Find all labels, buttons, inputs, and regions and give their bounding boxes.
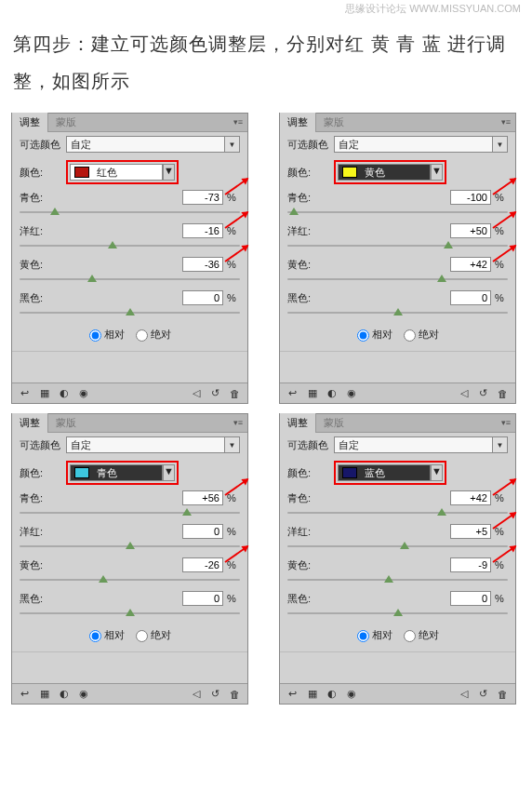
trash-icon[interactable]: 🗑 — [496, 386, 510, 400]
slider-track[interactable] — [20, 240, 240, 251]
slider-thumb[interactable] — [393, 609, 403, 616]
slider-thumb[interactable] — [108, 241, 117, 248]
trash-icon[interactable]: 🗑 — [228, 687, 242, 701]
tab-adjustments[interactable]: 调整 — [280, 113, 316, 132]
slider-track[interactable] — [20, 608, 240, 619]
slider-track[interactable] — [287, 608, 508, 619]
color-dropdown[interactable]: 红色 — [70, 164, 163, 181]
back-icon[interactable]: ↩ — [18, 386, 32, 400]
trash-icon[interactable]: 🗑 — [496, 687, 510, 701]
slider-thumb[interactable] — [126, 542, 135, 549]
tab-masks[interactable]: 蒙版 — [48, 113, 84, 132]
slider-value-input[interactable] — [182, 557, 223, 572]
slider-track[interactable] — [20, 507, 240, 518]
radio-relative[interactable]: 相对 — [357, 329, 392, 340]
slider-thumb[interactable] — [126, 308, 135, 315]
panel-menu-icon[interactable]: ▾≡ — [499, 115, 513, 128]
tab-adjustments[interactable]: 调整 — [12, 413, 48, 433]
slider-thumb[interactable] — [444, 241, 453, 248]
radio-absolute[interactable]: 绝对 — [404, 629, 439, 640]
slider-thumb[interactable] — [50, 208, 60, 215]
prev-icon[interactable]: ◁ — [457, 687, 471, 701]
slider-track[interactable] — [287, 541, 508, 552]
slider-track[interactable] — [20, 207, 240, 218]
slider-value-input[interactable] — [450, 257, 491, 272]
radio-relative[interactable]: 相对 — [89, 329, 125, 340]
slider-thumb[interactable] — [393, 308, 403, 315]
slider-value-input[interactable] — [182, 190, 223, 205]
chevron-down-icon[interactable]: ▼ — [163, 164, 175, 181]
slider-value-input[interactable] — [182, 257, 223, 272]
slider-thumb[interactable] — [384, 575, 393, 583]
slider-value-input[interactable] — [182, 490, 223, 505]
clip-icon[interactable]: ◐ — [325, 687, 339, 701]
preset-dropdown[interactable]: 自定▼ — [334, 136, 508, 153]
slider-track[interactable] — [287, 507, 508, 518]
slider-track[interactable] — [287, 307, 508, 318]
slider-thumb[interactable] — [289, 208, 299, 215]
visibility-icon[interactable]: ◉ — [344, 386, 358, 400]
clip-icon[interactable]: ◐ — [57, 386, 71, 400]
trash-icon[interactable]: 🗑 — [228, 386, 242, 400]
slider-track[interactable] — [287, 274, 508, 285]
back-icon[interactable]: ↩ — [18, 687, 32, 701]
tab-masks[interactable]: 蒙版 — [316, 113, 352, 132]
chevron-down-icon[interactable]: ▼ — [492, 437, 507, 452]
slider-value-input[interactable] — [182, 524, 223, 539]
slider-value-input[interactable] — [450, 591, 491, 606]
slider-thumb[interactable] — [182, 508, 192, 516]
chevron-down-icon[interactable]: ▼ — [492, 137, 507, 152]
slider-value-input[interactable] — [182, 591, 223, 606]
tab-masks[interactable]: 蒙版 — [316, 413, 352, 433]
panel-menu-icon[interactable]: ▾≡ — [499, 416, 513, 429]
new-layer-icon[interactable]: ▦ — [305, 386, 319, 400]
preset-dropdown[interactable]: 自定▼ — [334, 436, 508, 453]
reset-icon[interactable]: ↺ — [208, 386, 222, 400]
visibility-icon[interactable]: ◉ — [76, 386, 90, 400]
visibility-icon[interactable]: ◉ — [344, 687, 358, 701]
new-layer-icon[interactable]: ▦ — [37, 687, 51, 701]
panel-menu-icon[interactable]: ▾≡ — [231, 115, 246, 128]
slider-thumb[interactable] — [99, 575, 108, 583]
slider-track[interactable] — [287, 207, 508, 218]
color-dropdown[interactable]: 青色 — [70, 464, 163, 481]
slider-value-input[interactable] — [450, 290, 491, 305]
new-layer-icon[interactable]: ▦ — [37, 386, 51, 400]
radio-relative[interactable]: 相对 — [357, 629, 392, 640]
prev-icon[interactable]: ◁ — [189, 386, 203, 400]
slider-thumb[interactable] — [400, 542, 409, 549]
clip-icon[interactable]: ◐ — [57, 687, 71, 701]
tab-adjustments[interactable]: 调整 — [280, 413, 316, 433]
slider-track[interactable] — [20, 274, 240, 285]
slider-thumb[interactable] — [437, 275, 446, 282]
panel-menu-icon[interactable]: ▾≡ — [231, 416, 246, 429]
slider-thumb[interactable] — [437, 508, 446, 516]
color-dropdown[interactable]: 黄色 — [338, 164, 431, 181]
slider-track[interactable] — [20, 541, 240, 552]
tab-adjustments[interactable]: 调整 — [12, 113, 48, 132]
preset-dropdown[interactable]: 自定▼ — [66, 436, 240, 453]
chevron-down-icon[interactable]: ▼ — [163, 464, 175, 481]
slider-value-input[interactable] — [450, 190, 491, 205]
reset-icon[interactable]: ↺ — [208, 687, 222, 701]
slider-value-input[interactable] — [450, 490, 491, 505]
slider-thumb[interactable] — [126, 609, 135, 616]
slider-track[interactable] — [287, 574, 508, 585]
radio-absolute[interactable]: 绝对 — [136, 629, 171, 640]
radio-absolute[interactable]: 绝对 — [404, 329, 439, 340]
slider-value-input[interactable] — [450, 524, 491, 539]
radio-absolute[interactable]: 绝对 — [136, 329, 171, 340]
slider-track[interactable] — [20, 574, 240, 585]
slider-track[interactable] — [20, 307, 240, 318]
chevron-down-icon[interactable]: ▼ — [224, 437, 239, 452]
slider-track[interactable] — [287, 240, 508, 251]
chevron-down-icon[interactable]: ▼ — [224, 137, 239, 152]
chevron-down-icon[interactable]: ▼ — [431, 464, 443, 481]
clip-icon[interactable]: ◐ — [325, 386, 339, 400]
slider-thumb[interactable] — [87, 275, 97, 282]
back-icon[interactable]: ↩ — [286, 687, 299, 701]
visibility-icon[interactable]: ◉ — [76, 687, 90, 701]
prev-icon[interactable]: ◁ — [457, 386, 471, 400]
prev-icon[interactable]: ◁ — [189, 687, 203, 701]
slider-value-input[interactable] — [182, 290, 223, 305]
